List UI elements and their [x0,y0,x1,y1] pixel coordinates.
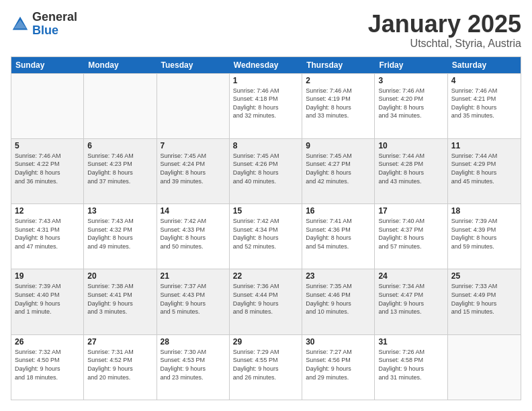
day-number: 24 [378,271,443,281]
day-number: 2 [306,76,371,85]
day-number: 3 [378,76,443,85]
cell-info: Sunrise: 7:35 AM Sunset: 4:46 PM Dayligh… [306,282,371,316]
logo-text: General Blue [32,11,77,38]
logo: General Blue [11,11,77,38]
day-number: 8 [233,141,298,150]
day-number: 10 [378,141,443,150]
cell-info: Sunrise: 7:46 AM Sunset: 4:22 PM Dayligh… [15,152,80,185]
day-number: 29 [233,337,298,347]
day-number: 30 [306,337,371,347]
cell-info: Sunrise: 7:46 AM Sunset: 4:19 PM Dayligh… [306,87,371,120]
cell-info: Sunrise: 7:45 AM Sunset: 4:27 PM Dayligh… [306,152,371,185]
cal-cell: 29Sunrise: 7:29 AM Sunset: 4:55 PM Dayli… [230,335,302,400]
cal-cell: 7Sunrise: 7:45 AM Sunset: 4:24 PM Daylig… [157,139,230,203]
cal-cell: 8Sunrise: 7:45 AM Sunset: 4:26 PM Daylig… [230,139,302,203]
cal-cell: 18Sunrise: 7:39 AM Sunset: 4:39 PM Dayli… [448,204,521,269]
day-number: 17 [378,206,443,216]
day-number: 4 [451,76,517,85]
cell-info: Sunrise: 7:36 AM Sunset: 4:44 PM Dayligh… [233,282,298,316]
cal-cell: 25Sunrise: 7:33 AM Sunset: 4:49 PM Dayli… [448,269,521,334]
cell-info: Sunrise: 7:30 AM Sunset: 4:53 PM Dayligh… [161,348,226,381]
day-number: 5 [15,141,80,150]
cal-cell: 21Sunrise: 7:37 AM Sunset: 4:43 PM Dayli… [157,269,230,334]
day-number: 16 [306,206,371,216]
cell-info: Sunrise: 7:33 AM Sunset: 4:49 PM Dayligh… [451,282,517,316]
cal-cell: 26Sunrise: 7:32 AM Sunset: 4:50 PM Dayli… [11,335,84,400]
page: General Blue January 2025 Utschtal, Styr… [0,0,532,411]
day-number: 26 [15,337,80,347]
header-day-wednesday: Wednesday [230,57,302,73]
cal-cell: 15Sunrise: 7:42 AM Sunset: 4:34 PM Dayli… [230,204,302,269]
cell-info: Sunrise: 7:40 AM Sunset: 4:37 PM Dayligh… [378,217,443,250]
cal-cell [157,74,230,138]
cal-cell: 3Sunrise: 7:46 AM Sunset: 4:20 PM Daylig… [375,74,447,138]
day-number: 6 [87,141,152,150]
week-row-1: 1Sunrise: 7:46 AM Sunset: 4:18 PM Daylig… [11,73,521,138]
week-row-3: 12Sunrise: 7:43 AM Sunset: 4:31 PM Dayli… [11,203,521,269]
cal-cell: 12Sunrise: 7:43 AM Sunset: 4:31 PM Dayli… [11,204,84,269]
cell-info: Sunrise: 7:38 AM Sunset: 4:41 PM Dayligh… [87,282,152,316]
day-number: 13 [87,206,152,216]
cal-cell: 9Sunrise: 7:45 AM Sunset: 4:27 PM Daylig… [302,139,375,203]
cal-cell: 24Sunrise: 7:34 AM Sunset: 4:47 PM Dayli… [375,269,447,334]
cell-info: Sunrise: 7:26 AM Sunset: 4:58 PM Dayligh… [378,348,443,381]
header: General Blue January 2025 Utschtal, Styr… [11,11,521,50]
day-number: 19 [15,271,80,281]
day-number: 7 [161,141,226,150]
cal-cell: 27Sunrise: 7:31 AM Sunset: 4:52 PM Dayli… [84,335,157,400]
day-number: 15 [233,206,298,216]
cell-info: Sunrise: 7:45 AM Sunset: 4:26 PM Dayligh… [233,152,298,185]
cal-cell [11,74,84,138]
cell-info: Sunrise: 7:42 AM Sunset: 4:33 PM Dayligh… [161,217,226,250]
header-day-monday: Monday [84,57,157,73]
cal-cell: 1Sunrise: 7:46 AM Sunset: 4:18 PM Daylig… [230,74,302,138]
logo-icon [11,15,30,34]
cell-info: Sunrise: 7:42 AM Sunset: 4:34 PM Dayligh… [233,217,298,250]
cal-cell: 11Sunrise: 7:44 AM Sunset: 4:29 PM Dayli… [448,139,521,203]
cell-info: Sunrise: 7:45 AM Sunset: 4:24 PM Dayligh… [161,152,226,185]
day-number: 23 [306,271,371,281]
cal-cell: 16Sunrise: 7:41 AM Sunset: 4:36 PM Dayli… [302,204,375,269]
cell-info: Sunrise: 7:46 AM Sunset: 4:21 PM Dayligh… [451,87,517,120]
day-number: 28 [161,337,226,347]
cell-info: Sunrise: 7:41 AM Sunset: 4:36 PM Dayligh… [306,217,371,250]
cell-info: Sunrise: 7:46 AM Sunset: 4:20 PM Dayligh… [378,87,443,120]
cell-info: Sunrise: 7:27 AM Sunset: 4:56 PM Dayligh… [306,348,371,381]
cell-info: Sunrise: 7:34 AM Sunset: 4:47 PM Dayligh… [378,282,443,316]
header-day-thursday: Thursday [302,57,375,73]
day-number: 21 [161,271,226,281]
cal-cell: 5Sunrise: 7:46 AM Sunset: 4:22 PM Daylig… [11,139,84,203]
logo-blue: Blue [32,24,77,38]
day-number: 11 [451,141,517,150]
cell-info: Sunrise: 7:43 AM Sunset: 4:31 PM Dayligh… [15,217,80,250]
calendar-header: SundayMondayTuesdayWednesdayThursdayFrid… [11,57,521,73]
day-number: 22 [233,271,298,281]
day-number: 14 [161,206,226,216]
cell-info: Sunrise: 7:46 AM Sunset: 4:23 PM Dayligh… [87,152,152,185]
cell-info: Sunrise: 7:44 AM Sunset: 4:29 PM Dayligh… [451,152,517,185]
cal-cell: 31Sunrise: 7:26 AM Sunset: 4:58 PM Dayli… [375,335,447,400]
cal-cell: 20Sunrise: 7:38 AM Sunset: 4:41 PM Dayli… [84,269,157,334]
cal-cell: 19Sunrise: 7:39 AM Sunset: 4:40 PM Dayli… [11,269,84,334]
title-section: January 2025 Utschtal, Styria, Austria [368,11,521,50]
cell-info: Sunrise: 7:39 AM Sunset: 4:40 PM Dayligh… [15,282,80,316]
cal-cell: 2Sunrise: 7:46 AM Sunset: 4:19 PM Daylig… [302,74,375,138]
calendar: SundayMondayTuesdayWednesdayThursdayFrid… [11,56,521,400]
cal-cell: 6Sunrise: 7:46 AM Sunset: 4:23 PM Daylig… [84,139,157,203]
header-day-sunday: Sunday [11,57,84,73]
month-title: January 2025 [368,11,521,38]
cal-cell: 28Sunrise: 7:30 AM Sunset: 4:53 PM Dayli… [157,335,230,400]
day-number: 31 [378,337,443,347]
cal-cell: 13Sunrise: 7:43 AM Sunset: 4:32 PM Dayli… [84,204,157,269]
cell-info: Sunrise: 7:39 AM Sunset: 4:39 PM Dayligh… [451,217,517,250]
cell-info: Sunrise: 7:44 AM Sunset: 4:28 PM Dayligh… [378,152,443,185]
cal-cell: 4Sunrise: 7:46 AM Sunset: 4:21 PM Daylig… [448,74,521,138]
cal-cell [448,335,521,400]
week-row-2: 5Sunrise: 7:46 AM Sunset: 4:22 PM Daylig… [11,138,521,203]
cell-info: Sunrise: 7:46 AM Sunset: 4:18 PM Dayligh… [233,87,298,120]
calendar-body: 1Sunrise: 7:46 AM Sunset: 4:18 PM Daylig… [11,73,521,400]
day-number: 27 [87,337,152,347]
header-day-tuesday: Tuesday [157,57,230,73]
cal-cell: 17Sunrise: 7:40 AM Sunset: 4:37 PM Dayli… [375,204,447,269]
cal-cell: 30Sunrise: 7:27 AM Sunset: 4:56 PM Dayli… [302,335,375,400]
